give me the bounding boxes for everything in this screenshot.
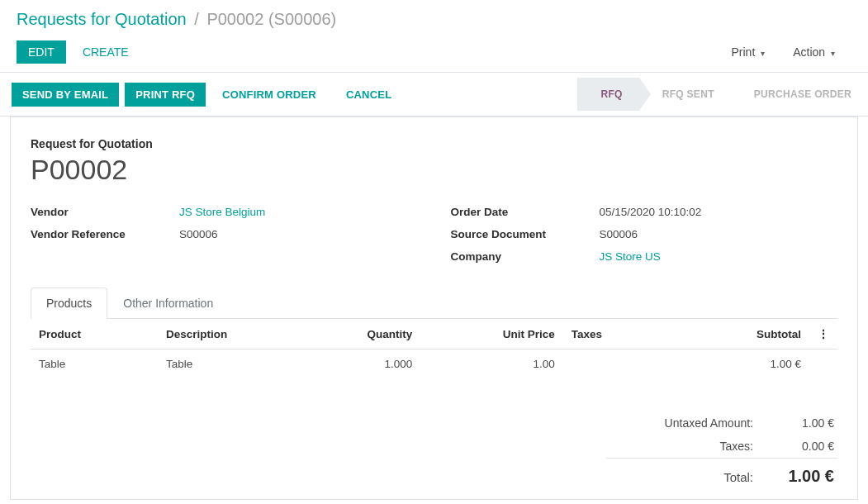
stage-rfq-sent[interactable]: RFQ SENT [639, 78, 731, 111]
th-quantity[interactable]: Quantity [301, 319, 421, 349]
tab-other-information[interactable]: Other Information [107, 288, 229, 319]
th-product[interactable]: Product [31, 319, 158, 349]
sheet-subtitle: Request for Quotation [31, 137, 837, 150]
stage-purchase-order[interactable]: PURCHASE ORDER [731, 78, 868, 111]
chevron-down-icon: ▾ [831, 49, 835, 58]
fields-left: Vendor JS Store Belgium Vendor Reference… [31, 201, 418, 268]
status-stages: RFQ RFQ SENT PURCHASE ORDER [577, 78, 868, 111]
print-rfq-button[interactable]: PRINT RFQ [125, 83, 206, 107]
breadcrumb-sep: / [194, 10, 199, 28]
untaxed-value: 1.00 € [776, 416, 834, 430]
taxes-value: 0.00 € [776, 440, 834, 453]
table-row[interactable]: Table Table 1.000 1.00 1.00 € [31, 349, 837, 379]
control-row: EDIT CREATE Print ▾ Action ▾ [0, 34, 868, 72]
create-button[interactable]: CREATE [71, 40, 140, 64]
breadcrumb-parent[interactable]: Requests for Quotation [17, 10, 187, 28]
source-doc-value: S00006 [600, 228, 638, 240]
chevron-down-icon: ▾ [761, 49, 765, 58]
company-label: Company [451, 250, 600, 263]
source-doc-label: Source Document [451, 228, 600, 240]
vendor-value[interactable]: JS Store Belgium [179, 206, 265, 218]
tabs: Products Other Information [31, 288, 837, 319]
send-by-email-button[interactable]: SEND BY EMAIL [12, 83, 119, 107]
th-unit-price[interactable]: Unit Price [420, 319, 563, 349]
th-subtotal[interactable]: Subtotal [682, 319, 809, 349]
breadcrumb-current: P00002 (S00006) [206, 10, 336, 28]
stage-rfq[interactable]: RFQ [577, 78, 638, 111]
fields-right: Order Date 05/15/2020 10:10:02 Source Do… [451, 201, 838, 268]
total-label: Total: [723, 470, 753, 484]
order-date-label: Order Date [451, 206, 600, 218]
cell-description: Table [158, 349, 301, 379]
kebab-icon[interactable]: ⋮ [818, 328, 829, 340]
vendor-label: Vendor [31, 206, 179, 218]
th-description[interactable]: Description [158, 319, 301, 349]
th-options[interactable]: ⋮ [809, 319, 837, 349]
taxes-label: Taxes: [720, 440, 753, 453]
order-date-value: 05/15/2020 10:10:02 [600, 206, 702, 218]
cancel-button[interactable]: CANCEL [335, 83, 402, 107]
cell-taxes [563, 349, 682, 379]
cell-product: Table [31, 349, 158, 379]
breadcrumb: Requests for Quotation / P00002 (S00006) [0, 0, 868, 34]
untaxed-label: Untaxed Amount: [665, 416, 753, 430]
total-value: 1.00 € [776, 467, 834, 486]
vendor-ref-label: Vendor Reference [31, 228, 179, 240]
form-sheet: Request for Quotation P00002 Vendor JS S… [10, 116, 858, 500]
action-label: Action [793, 45, 825, 59]
cell-subtotal: 1.00 € [682, 349, 809, 379]
confirm-order-button[interactable]: CONFIRM ORDER [211, 83, 327, 107]
tab-products[interactable]: Products [31, 288, 107, 319]
edit-button[interactable]: EDIT [17, 40, 66, 64]
totals: Untaxed Amount: 1.00 € Taxes: 0.00 € Tot… [606, 411, 837, 491]
vendor-ref-value: S00006 [179, 228, 218, 240]
status-bar: SEND BY EMAIL PRINT RFQ CONFIRM ORDER CA… [0, 72, 868, 116]
cell-quantity: 1.000 [301, 349, 421, 379]
th-taxes[interactable]: Taxes [563, 319, 682, 349]
action-dropdown[interactable]: Action ▾ [781, 40, 847, 64]
print-dropdown[interactable]: Print ▾ [720, 40, 777, 64]
company-value[interactable]: JS Store US [600, 250, 661, 263]
sheet-title: P00002 [31, 154, 837, 186]
order-lines-table: Product Description Quantity Unit Price … [31, 319, 837, 378]
print-label: Print [732, 45, 756, 59]
cell-unit-price: 1.00 [420, 349, 563, 379]
